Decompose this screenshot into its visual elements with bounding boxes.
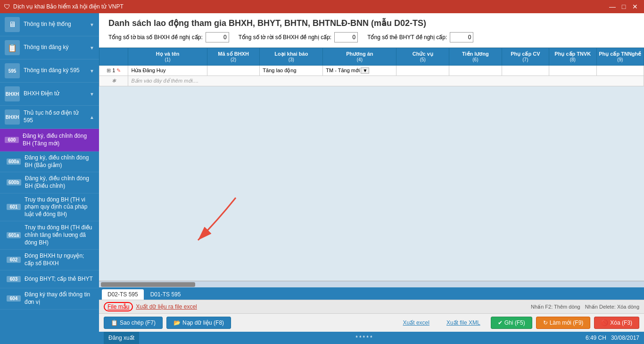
ghi-label: Ghi (F5) [504,319,525,326]
new-row[interactable]: ✱ Bấm vào đây để thêm mới.... [99,76,644,86]
sidebar-item-truy-thu-tang-tien[interactable]: 601a Truy thu đóng BH (TH điều chỉnh tăn… [0,221,99,250]
th-loai-khai-bao[interactable]: Loại khai báo (3) [260,48,323,66]
row-number: 1 [112,67,115,73]
app-icon: 🛡 [4,3,10,10]
sao-chep-label: Sao chép (F7) [120,319,156,326]
cell-name[interactable]: Hứa Đăng Huy [128,66,207,76]
badge-600b: 600b [7,179,21,185]
save-icon: ✔ [498,319,503,326]
content-header: Danh sách lao động tham gia BHXH, BHYT, … [99,13,644,48]
sidebar-item-dang-ky-thay-doi[interactable]: 604 Đăng ký thay đổi thông tin đơn vị [0,288,99,309]
copy-icon: 📋 [111,319,118,326]
chevron-icon: ▼ [90,45,94,50]
th-phu-cap-tnvk[interactable]: Phụ cấp TNVK (8) [549,48,596,66]
new-row-placeholder[interactable]: Bấm vào đây để thêm mới.... [128,76,644,86]
sidebar-item-thong-tin-dang-ky-595[interactable]: 595 Thông tin đăng ký 595 ▼ [0,59,99,83]
sidebar-item-label: Đăng ký thay đổi thông tin đơn vị [25,291,94,306]
cell-bhxh[interactable] [207,66,260,76]
th-ma-bhxh[interactable]: Mã số BHXH (2) [207,48,260,66]
data-table: Họ và tên (1) Mã số BHXH (2) Loại khai b… [99,48,644,86]
tab-d02-ts-595[interactable]: D02-TS 595 [102,289,144,300]
cell-pccv[interactable] [502,66,549,76]
new-row-star: ✱ [99,76,128,86]
phuong-dropdown-btn[interactable]: ▼ [361,67,369,74]
th-ho-ten[interactable]: Họ và tên (1) [128,48,207,66]
delete-icon: 🚫 [601,319,608,326]
horizontal-scrollbar[interactable] [99,281,644,287]
sidebar: 🖥 Thông tin hệ thống ▼ 📋 Thông tin đăng … [0,13,99,344]
nap-du-lieu-button[interactable]: 📂 Nạp dữ liệu (F8) [166,317,231,329]
sidebar-item-thong-tin-dang-ky[interactable]: 📋 Thông tin đăng ký ▼ [0,36,99,59]
th-phu-cap-cv[interactable]: Phụ cấp CV (7) [502,48,549,66]
sidebar-item-thu-tuc-ho-so[interactable]: BHXH Thủ tục hồ sơ điện tử 595 ▲ [0,106,99,129]
sidebar-item-dieu-chinh[interactable]: 600b Đăng ký, điều chỉnh đóng BH (Điều c… [0,172,99,193]
stat-input-to-roi[interactable] [334,32,358,42]
logout-button[interactable]: Đăng xuất [104,332,139,344]
sidebar-item-dang-ky-tang-moi[interactable]: 600 Đăng ký, điều chỉnh đóng BH (Tăng mớ… [0,129,99,151]
xoa-label: Xóa (F3) [610,319,632,326]
stat-tờ-rời: Tổng số tờ rời số BHXH đề nghị cấp: [239,32,358,42]
cell-tien[interactable] [449,66,502,76]
maximize-button[interactable]: □ [619,1,629,12]
edit-icon[interactable]: ✎ [116,67,121,73]
stat-input-the-bhyt[interactable] [450,32,473,42]
sidebar-item-label: Thông tin đăng ký 595 [24,67,86,75]
th-phuong-an[interactable]: Phương án (4) [323,48,396,66]
bottom-tabs: D02-TS 595 D01-TS 595 [99,287,644,300]
close-button[interactable]: ✕ [630,1,640,12]
th-chuc-vu[interactable]: Chức vụ (5) [396,48,449,66]
xoa-button[interactable]: 🚫 Xóa (F3) [594,317,639,329]
ghi-button[interactable]: ✔ Ghi (F5) [491,317,532,329]
cell-pctnvk[interactable] [549,66,596,76]
sao-chep-button[interactable]: 📋 Sao chép (F7) [104,317,163,329]
register-595-icon: 595 [5,63,20,78]
tab-d01-ts-595[interactable]: D01-TS 595 [145,289,187,300]
load-icon: 📂 [173,319,181,326]
stat-label-to-bia: Tổng số tờ bia số BHXH đề nghị cấp: [108,34,203,41]
system-info-icon: 🖥 [5,17,20,32]
stat-input-to-bia[interactable] [206,32,229,42]
cell-loai[interactable]: Tăng lao động [260,66,323,76]
th-tien-luong[interactable]: Tiền lương (6) [449,48,502,66]
expand-icon[interactable]: ⊞ [107,67,111,73]
bhxh-dien-tu-icon: BHXH [5,86,20,101]
table-container: Họ và tên (1) Mã số BHXH (2) Loại khai b… [99,48,644,281]
content-area: Danh sách lao động tham gia BHXH, BHYT, … [99,13,644,344]
file-mau-button[interactable]: File mẫu [104,302,133,311]
sidebar-item-label: Truy thu đóng BH (TH điều chỉnh tăng tiề… [25,224,94,246]
cell-chuc[interactable] [396,66,449,76]
cell-pctnn[interactable] [596,66,644,76]
th-phu-cap-tnn[interactable]: Phụ cấp TNNghề (9) [596,48,644,66]
refresh-icon: ↻ [543,319,548,326]
app-title: Dịch vụ khai Bảo hiểm xã hội điện tử VNP… [13,3,124,10]
sidebar-item-dong-tu-nguyen[interactable]: 602 Đóng BHXH tự nguyện; cấp số BHXH [0,250,99,270]
main-layout: 🖥 Thông tin hệ thống ▼ 📋 Thông tin đăng … [0,13,644,344]
minimize-button[interactable]: — [607,1,618,12]
thu-tuc-icon: BHXH [5,109,20,125]
status-time: 6:49 CH [586,335,606,341]
sidebar-item-dong-bhyt[interactable]: 603 Đóng BHYT; cấp thẻ BHYT [0,270,99,288]
xuat-xml-button[interactable]: Xuất file XML [440,317,487,328]
button-bar: 📋 Sao chép (F7) 📂 Nạp dữ liệu (F8) Xuất … [99,313,644,332]
sidebar-item-bhxh-dien-tu[interactable]: BHXH BHXH Điện tử ▼ [0,83,99,106]
sidebar-item-truy-thu-vi-pham[interactable]: 601 Truy thu đóng BH (TH vi phạm quy địn… [0,193,99,222]
stat-label-to-roi: Tổng số tờ rời số BHXH đề nghị cấp: [239,34,331,41]
table-row[interactable]: ⊞ 1 ✎ Hứa Đăng Huy Tăng lao động TM - Tă… [99,66,644,76]
cell-stt: ⊞ 1 ✎ [99,66,128,76]
sidebar-item-thong-tin-he-thong[interactable]: 🖥 Thông tin hệ thống ▼ [0,13,99,36]
chevron-icon: ▲ [90,115,94,120]
xuat-excel-button[interactable]: Xuất excel [396,317,436,328]
scrollbar-thumb[interactable] [101,282,195,287]
sidebar-item-label: Đóng BHYT; cấp thẻ BHYT [25,276,94,283]
lam-moi-button[interactable]: ↻ Làm mới (F9) [536,317,591,329]
th-stt [99,48,128,66]
title-bar: 🛡 Dịch vụ khai Bảo hiểm xã hội điện tử V… [0,0,644,13]
phuong-value: TM - Tăng mới [326,67,360,74]
sidebar-item-label: Thông tin hệ thống [24,21,86,28]
hint-f2: Nhấn F2: Thêm dòng [531,304,580,310]
sidebar-item-label: Đóng BHXH tự nguyện; cấp số BHXH [25,252,94,267]
sidebar-item-bao-giam[interactable]: 600a Đăng ký, điều chỉnh đóng BH (Bảo gi… [0,151,99,172]
stat-label-the-bhyt: Tổng số thẻ BHYT đề nghị cấp: [367,34,447,41]
xuat-du-lieu-link[interactable]: Xuất dữ liệu ra file excel [136,303,197,310]
cell-phuong[interactable]: TM - Tăng mới ▼ [323,66,396,76]
